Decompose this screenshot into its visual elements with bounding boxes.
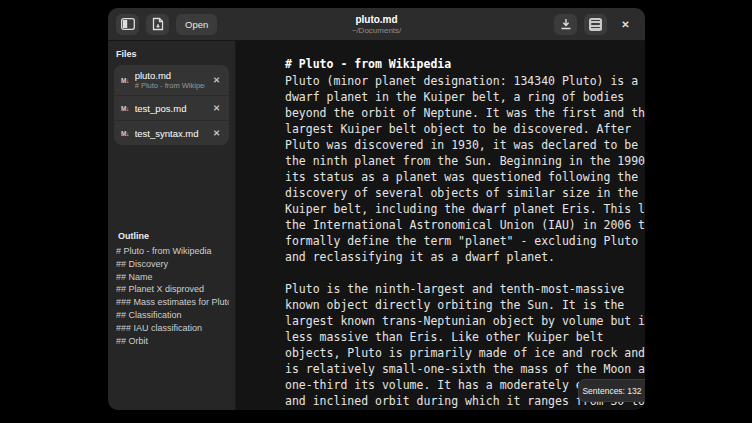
markdown-icon: M↓ <box>121 105 129 112</box>
file-row-test-syntax[interactable]: M↓ test_syntax.md ✕ <box>114 121 229 145</box>
file-name: test_syntax.md <box>135 128 205 139</box>
editor-line: the International Astronomical Union (IA… <box>285 217 645 233</box>
editor-line: the ninth planet from the Sun. Beginning… <box>285 153 645 169</box>
file-close-button[interactable]: ✕ <box>211 126 222 140</box>
editor-line: its status as a planet was questioned fo… <box>285 169 645 185</box>
toggle-sidebar-button[interactable] <box>116 14 139 35</box>
outline-item[interactable]: ## Orbit <box>116 335 229 348</box>
menu-icon <box>589 18 602 31</box>
titlebar-right-group: ✕ <box>554 14 637 35</box>
sidebar-toggle-icon <box>121 18 135 30</box>
editor-line: known object directly orbiting the Sun. … <box>285 297 645 313</box>
editor-line: less massive than Eris. Like other Kuipe… <box>285 329 645 345</box>
close-window-button[interactable]: ✕ <box>614 14 637 35</box>
file-close-button[interactable]: ✕ <box>211 101 222 115</box>
editor-line: beyond the orbit of Neptune. It was the … <box>285 105 645 121</box>
markdown-icon: M↓ <box>121 77 129 84</box>
editor-line: is relatively small-one-sixth the mass o… <box>285 361 645 377</box>
editor-line: and reclassifying it as a dwarf planet. <box>285 249 645 265</box>
file-list: M↓ pluto.md # Pluto - from Wikipedia ✕ M… <box>114 65 229 145</box>
editor-line: discovery of several objects of similar … <box>285 185 645 201</box>
editor-line: Pluto (minor planet designation: 134340 … <box>285 73 645 89</box>
window-title: pluto.md <box>355 14 397 26</box>
sentence-count-label: Sentences: 132 <box>582 386 641 396</box>
editor-line: Pluto is the ninth-largest and tenth-mos… <box>285 281 645 297</box>
file-row-test-pos[interactable]: M↓ test_pos.md ✕ <box>114 96 229 121</box>
desktop-background: Open pluto.md ~/Documents/ <box>0 0 752 423</box>
new-document-icon <box>152 17 164 31</box>
editor-line: largest Kuiper belt object to be discove… <box>285 121 645 137</box>
titlebar: Open pluto.md ~/Documents/ <box>108 8 645 41</box>
sidebar: Files M↓ pluto.md # Pluto - from Wikiped… <box>108 41 236 410</box>
editor-textarea[interactable]: # Pluto - from Wikipedia Pluto (minor pl… <box>237 41 645 410</box>
outline-item[interactable]: ### Mass estimates for Pluto <box>116 296 229 309</box>
outline-item[interactable]: # Pluto - from Wikipedia <box>116 245 229 258</box>
outline-list: # Pluto - from Wikipedia ## Discovery ##… <box>116 245 229 347</box>
file-name: pluto.md <box>135 70 205 81</box>
editor-line: Kuiper belt, including the dwarf planet … <box>285 201 645 217</box>
file-subtitle: # Pluto - from Wikipedia <box>135 81 205 90</box>
file-row-pluto[interactable]: M↓ pluto.md # Pluto - from Wikipedia ✕ <box>114 65 229 96</box>
outline-item[interactable]: ## Classification <box>116 309 229 322</box>
editor-line: formally define the term "planet" - excl… <box>285 233 645 249</box>
editor-line: Pluto was discovered in 1930, it was dec… <box>285 137 645 153</box>
outline-item[interactable]: ## Planet X disproved <box>116 283 229 296</box>
editor-line: largest known trans-Neptunian object by … <box>285 313 645 329</box>
new-document-button[interactable] <box>146 14 169 35</box>
file-name: test_pos.md <box>135 103 205 114</box>
titlebar-title-area: pluto.md ~/Documents/ <box>352 8 402 41</box>
outline-item[interactable]: ## Name <box>116 271 229 284</box>
main-menu-button[interactable] <box>584 14 607 35</box>
close-icon: ✕ <box>621 19 629 30</box>
markdown-icon: M↓ <box>121 130 129 137</box>
window-subtitle: ~/Documents/ <box>352 26 402 36</box>
save-button[interactable] <box>554 14 577 35</box>
editor-line: dwarf planet in the Kuiper belt, a ring … <box>285 89 645 105</box>
file-close-button[interactable]: ✕ <box>211 73 222 87</box>
sentence-count-badge: Sentences: 132 <box>578 379 645 402</box>
app-window: Open pluto.md ~/Documents/ <box>108 8 645 410</box>
download-icon <box>560 18 572 30</box>
markdown-heading: # Pluto - from Wikipedia <box>285 55 645 73</box>
editor-line: objects, Pluto is primarily made of ice … <box>285 345 645 361</box>
outline-item[interactable]: ### IAU classification <box>116 322 229 335</box>
open-button[interactable]: Open <box>176 14 217 35</box>
files-header: Files <box>114 47 229 65</box>
titlebar-left-group: Open <box>116 14 217 35</box>
outline-item[interactable]: ## Discovery <box>116 258 229 271</box>
paragraph-gap <box>285 265 645 281</box>
